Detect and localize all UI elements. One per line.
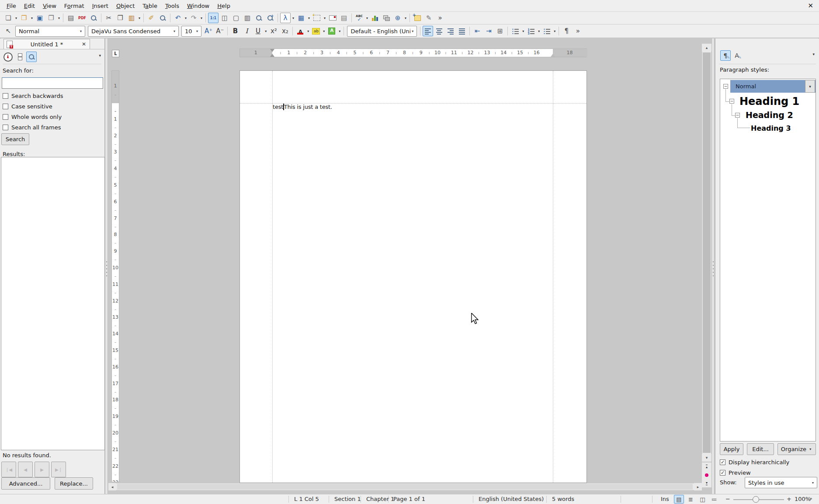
left-splitter[interactable] [105, 38, 108, 494]
outline-list-icon[interactable]: ••• [541, 26, 552, 36]
menu-table[interactable]: Table [139, 1, 161, 10]
export-pdf-icon[interactable]: PDF [77, 13, 87, 23]
document-page[interactable]: testThis is just a test. [239, 70, 587, 483]
tree-expander-icon[interactable]: − [723, 84, 728, 89]
first-result-button[interactable]: ❘◀ [1, 462, 16, 477]
edit-document-icon[interactable]: ✎ [423, 13, 434, 23]
print-preview-icon[interactable] [88, 13, 99, 23]
scroll-down-icon[interactable]: ▾ [702, 454, 711, 462]
search-input[interactable] [2, 77, 103, 89]
paste-icon[interactable]: ▥ [126, 13, 137, 23]
language-combo[interactable]: Default - English (United▾ [347, 26, 417, 37]
document-tab[interactable]: T Untitled 1 * ✕ [3, 39, 90, 49]
dropdown-icon[interactable]: ▾ [322, 29, 326, 33]
subscript-icon[interactable]: x₂ [280, 26, 290, 36]
formatting-marks-icon[interactable]: ¶ [561, 26, 572, 36]
dropdown-icon[interactable]: ▾ [403, 16, 408, 20]
style-combo-arrow[interactable]: ▾ [805, 80, 815, 93]
preview-checkbox[interactable]: ✓Preview [720, 469, 751, 476]
zoom-out-icon[interactable] [253, 13, 264, 23]
dropdown-icon[interactable]: ▾ [30, 16, 34, 20]
styles-panel-menu-dropdown-icon[interactable]: ▾ [812, 52, 815, 56]
borders-icon[interactable]: ⊞ [495, 26, 505, 36]
zoom-single-page-icon[interactable]: ▢ [231, 13, 241, 23]
style-row-normal[interactable]: Normal [730, 80, 816, 93]
last-result-button[interactable]: ▶❘ [51, 462, 66, 477]
language-cell[interactable]: English (United States) [479, 496, 544, 502]
menu-object[interactable]: Object [112, 1, 139, 10]
next-result-button[interactable]: ▶ [35, 462, 49, 477]
horizontal-scrollbar-thumb[interactable] [117, 484, 693, 490]
dropdown-icon[interactable]: ▾ [307, 16, 311, 20]
zoom-100-icon[interactable]: 1:1 [208, 13, 219, 23]
paragraph-styles-icon[interactable]: ¶✎ [720, 50, 731, 61]
gallery-icon[interactable] [381, 13, 392, 23]
spelling-icon[interactable]: ABC✓ [354, 13, 364, 23]
navigator-compass-icon[interactable] [2, 52, 14, 62]
section-cell[interactable]: Section 1 [334, 496, 361, 502]
scroll-left-icon[interactable]: ◂ [108, 483, 116, 490]
menu-insert[interactable]: Insert [88, 1, 112, 10]
dropdown-icon[interactable]: ▾ [537, 29, 541, 33]
dropdown-icon[interactable]: ▾ [264, 29, 268, 33]
duplicate-document-icon[interactable]: ❐ [46, 13, 56, 23]
styles-tree[interactable]: Normal▾−−−Heading 1Heading 2Heading 3 [720, 79, 816, 441]
cut-icon[interactable]: ✂ [104, 13, 114, 23]
previous-result-button[interactable]: ◀ [18, 462, 33, 477]
insert-table-icon[interactable]: ▦ [296, 13, 306, 23]
hyperlink-icon[interactable]: ⊕ [392, 13, 403, 23]
insert-header-footer-icon[interactable]: ▤ [339, 13, 349, 23]
grow-font-icon[interactable]: A⁺ [203, 26, 214, 36]
insert-frame-icon[interactable]: + [312, 13, 322, 23]
checkbox-case-sensitive[interactable]: Case sensitive [3, 102, 52, 110]
insert-mode-cell[interactable]: Ins [661, 496, 669, 502]
window-close-icon[interactable]: ✕ [808, 2, 813, 10]
panel-menu-dropdown-icon[interactable]: ▾ [99, 53, 101, 58]
menu-file[interactable]: File [3, 1, 20, 10]
dropdown-icon[interactable]: ▾ [552, 29, 557, 33]
bold-icon[interactable]: B [230, 26, 240, 36]
menu-tools[interactable]: Tools [161, 1, 183, 10]
search-button[interactable]: Search [1, 133, 29, 145]
scroll-up-icon[interactable]: ▴ [702, 44, 711, 52]
statusbar-overflow-icon[interactable]: » [809, 496, 812, 501]
dropdown-icon[interactable]: ▾ [365, 16, 369, 20]
highlight-color-icon[interactable]: ab [311, 26, 321, 36]
undo-icon[interactable]: ↶ [173, 13, 183, 23]
multiple-page-view-icon[interactable]: ≣ [686, 495, 696, 504]
zoom-level-value[interactable]: 100% [795, 496, 811, 502]
character-styles-icon[interactable]: A✎ [732, 50, 742, 61]
show-filter-combo[interactable]: Styles in use▾ [745, 477, 817, 488]
save-icon[interactable]: ▣ [35, 13, 45, 23]
zoom-page-width-icon[interactable]: ◫ [219, 13, 230, 23]
paragraph-style-combo[interactable]: Normal▾ [15, 26, 85, 37]
align-justify-icon[interactable] [457, 26, 467, 36]
menu-view[interactable]: View [39, 1, 60, 10]
insert-field-icon[interactable] [327, 13, 338, 23]
dropdown-icon[interactable]: ▾ [137, 16, 142, 20]
word-count-cell[interactable]: 5 words [552, 496, 574, 502]
new-document-icon[interactable]: ❏ [3, 13, 14, 23]
navigation-menu-button[interactable] [702, 471, 711, 479]
book-view-icon[interactable]: ◫ [698, 495, 708, 504]
search-tool-icon[interactable] [26, 52, 37, 62]
insert-chart-icon[interactable] [370, 13, 380, 23]
menu-help[interactable]: Help [213, 1, 234, 10]
zoom-in-icon[interactable]: + [787, 496, 791, 502]
select-tool-icon[interactable]: ↖ [3, 26, 14, 36]
apply-button[interactable]: Apply [720, 443, 743, 455]
organize-button[interactable]: Organize ▾ [777, 443, 816, 455]
insert-comment-icon[interactable]: + [412, 13, 423, 23]
document-text[interactable]: testThis is just a test. [273, 104, 332, 110]
zoom-slider-thumb[interactable] [753, 496, 759, 503]
redo-icon[interactable]: ↷ [188, 13, 199, 23]
menu-format[interactable]: Format [60, 1, 88, 10]
dropdown-icon[interactable]: ▾ [14, 16, 18, 20]
scroll-right-icon[interactable]: ▸ [694, 483, 702, 490]
display-hierarchically-checkbox[interactable]: ✓Display hierarchically [720, 458, 789, 466]
paragraph-spacing-icon[interactable]: ⇤ [472, 26, 482, 36]
first-line-indent-marker[interactable] [270, 49, 274, 52]
line-spacing-icon[interactable]: ⇥ [483, 26, 494, 36]
page-thumbnails-icon[interactable] [15, 52, 25, 62]
font-color-icon[interactable]: A [295, 26, 305, 36]
